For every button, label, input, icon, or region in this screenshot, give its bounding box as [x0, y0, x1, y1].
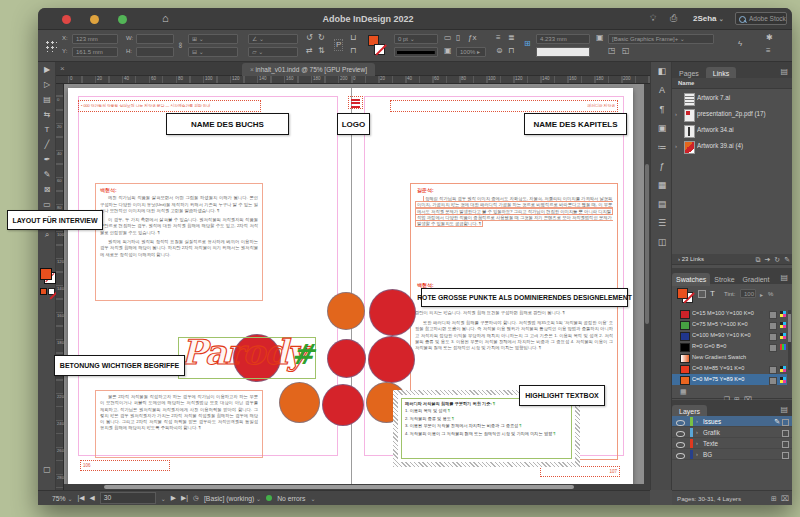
goto-link-icon[interactable]: ➔: [764, 256, 770, 263]
annotation-betonung[interactable]: BETONUNG WICHTIGER BEGRIFFE: [54, 355, 185, 376]
swatch-views-icon[interactable]: ▦: [680, 388, 687, 396]
line-tool-icon[interactable]: ╱: [38, 137, 56, 152]
align-panel-icon[interactable]: ≔: [651, 138, 673, 157]
page-number-select[interactable]: 30: [100, 492, 156, 504]
swatch-row-selected[interactable]: C=0 M=75 Y=89 K=0: [672, 374, 787, 385]
tint-dropdown-icon[interactable]: ▸: [760, 291, 763, 298]
selection-tool-icon[interactable]: ▶: [38, 62, 56, 77]
page-dropdown-icon[interactable]: ⌄: [161, 495, 166, 502]
right-running-head-frame[interactable]: 패러디와 저작권: [390, 100, 618, 112]
document-tab[interactable]: × inhalt_v01.indd @ 75% [GPU Preview]: [242, 63, 375, 76]
page-tool-icon[interactable]: ▤: [38, 92, 56, 107]
visibility-eye-icon[interactable]: [676, 431, 685, 437]
design-circle[interactable]: [327, 292, 365, 330]
canvas-horizontal-scrollbar[interactable]: [64, 484, 644, 490]
stroke-color-swatch[interactable]: [374, 44, 385, 55]
canvas-vertical-scrollbar[interactable]: [644, 84, 650, 490]
corner-radius-input[interactable]: 4.233 mm: [536, 34, 590, 44]
stroke-weight-select[interactable]: 0 pt ⌄: [394, 34, 438, 44]
object-style-select[interactable]: [Basic Graphics Frame]+ ⌄: [608, 34, 714, 44]
swatch-row[interactable]: New Gradient Swatch: [672, 352, 787, 363]
annotation-name-des-buchs[interactable]: NAME DES BUCHS: [166, 113, 289, 135]
visibility-eye-icon[interactable]: [676, 442, 685, 448]
width-input[interactable]: [136, 34, 174, 44]
layer-row-bg[interactable]: ›BG: [672, 449, 792, 460]
vertical-ruler[interactable]: 020406080100120140160180200220240260280: [56, 84, 64, 490]
gap-tool-icon[interactable]: ⇆: [38, 107, 56, 122]
align-center-icon[interactable]: ≡: [496, 33, 501, 43]
link-item[interactable]: Artwork 34.ai: [672, 122, 792, 138]
scale-y-input[interactable]: ⊟ ⌄: [188, 47, 238, 57]
first-page-button[interactable]: |◀: [78, 494, 85, 502]
paragraph-panel-icon[interactable]: ¶: [651, 100, 673, 119]
rectangle-frame-tool-icon[interactable]: ⊠: [38, 182, 56, 197]
reference-point-selector[interactable]: [44, 39, 57, 52]
close-window-button[interactable]: [62, 15, 71, 24]
panel-menu-icon[interactable]: ▤: [780, 273, 788, 282]
opacity-icon[interactable]: ▣: [444, 46, 452, 56]
left-running-head-frame[interactable]: • 000 작가들의 작품을 살펴보며 나눈 저작권 문답 — 시각예술가를 위…: [78, 100, 261, 112]
update-link-icon[interactable]: ↻: [774, 256, 780, 263]
rotate-ccw-icon[interactable]: ↺: [306, 33, 313, 43]
effects-icon[interactable]: ƒx: [468, 33, 476, 43]
swatch-row[interactable]: C=15 M=100 Y=100 K=0: [672, 308, 787, 319]
swatch-row[interactable]: R=0 G=0 B=0: [672, 341, 787, 352]
zoom-window-button[interactable]: [118, 15, 127, 24]
preflight-icon[interactable]: ◷: [193, 494, 199, 502]
design-circle[interactable]: [368, 336, 415, 383]
formatting-container-button[interactable]: [698, 290, 706, 298]
pen-tool-icon[interactable]: ✒: [38, 152, 56, 167]
layer-target-square[interactable]: [782, 441, 789, 448]
stroke-panel-icon[interactable]: ☰: [651, 214, 673, 233]
right-page-number-frame[interactable]: 107: [540, 466, 620, 477]
object-styles-panel-icon[interactable]: ▦: [651, 176, 673, 195]
layer-row-texte[interactable]: ›Texte: [672, 438, 792, 449]
tab-stroke[interactable]: Stroke: [710, 273, 738, 286]
user-account-menu[interactable]: 2Seha ⌄: [693, 14, 724, 23]
design-circle[interactable]: [327, 339, 366, 378]
new-layer-icon[interactable]: ⊞: [771, 495, 777, 502]
next-page-button[interactable]: ▶: [171, 494, 176, 502]
shear-angle-input[interactable]: ▱ ⌄: [248, 47, 298, 57]
preflight-menu-icon[interactable]: ⌄: [310, 495, 315, 502]
scale-x-input[interactable]: ⊞ ⌄: [188, 34, 238, 44]
tab-close-icon[interactable]: ×: [250, 66, 254, 73]
clear-override-icon[interactable]: ◱: [622, 46, 630, 56]
link-item[interactable]: › Artwork 39.ai (4): [672, 138, 792, 154]
annotation-logo[interactable]: LOGO: [337, 113, 370, 135]
design-circle[interactable]: [322, 384, 364, 426]
select-container-icon[interactable]: ⊔: [350, 33, 356, 43]
layer-target-square[interactable]: [782, 452, 789, 459]
share-icon[interactable]: ⎙: [670, 13, 677, 24]
corner-options-icon[interactable]: ⊞: [524, 39, 531, 49]
pages-panel-icon[interactable]: ◫: [651, 233, 673, 252]
x-input[interactable]: 123 mm: [72, 34, 118, 44]
rotate-cw-icon[interactable]: ↻: [318, 33, 325, 43]
apply-none-button[interactable]: [48, 288, 55, 295]
layer-row-grafik[interactable]: ›Grafik: [672, 427, 792, 438]
preflight-profile-select[interactable]: [Basic] (working) ⌄: [204, 495, 261, 502]
select-content-icon[interactable]: ⊓: [350, 46, 356, 56]
tab-swatches[interactable]: Swatches: [672, 273, 710, 286]
panel-menu-icon[interactable]: ▤: [780, 405, 788, 414]
horizontal-ruler[interactable]: 0020204040606080801001001201201401401601…: [56, 76, 650, 84]
layer-row-issues[interactable]: ›Issues ✎: [672, 416, 792, 427]
left-text-frame[interactable]: 백현석: 예전 작가님의 작품을 살펴보면서 어떤 그림을 하셨을지 이해가 됩…: [95, 183, 263, 301]
rotation-angle-input[interactable]: ∠ ⌄: [248, 34, 298, 44]
parody-graphic-frame[interactable]: Parody #: [178, 337, 316, 379]
swatch-row[interactable]: C=0 M=85 Y=91 K=0: [672, 363, 787, 374]
left-page-number-frame[interactable]: 106: [80, 460, 170, 471]
formatting-text-button[interactable]: T: [710, 289, 715, 298]
gpu-performance-icon[interactable]: ϟ: [738, 39, 742, 49]
height-input[interactable]: [136, 47, 174, 57]
annotation-rote-punkte[interactable]: ROTE GROSSE PUNKTE ALS DOMINIERENDES DES…: [421, 288, 628, 307]
y-input[interactable]: 161.5 mm: [72, 47, 118, 57]
link-item[interactable]: Artwork 7.ai: [672, 90, 792, 106]
constrain-dimensions-icon[interactable]: ∞: [175, 42, 185, 48]
swatch-row[interactable]: C=75 M=5 Y=100 K=0: [672, 319, 787, 330]
opacity-input[interactable]: 100% ▸: [456, 47, 486, 57]
type-tool-icon[interactable]: T: [38, 122, 56, 137]
flip-horizontal-icon[interactable]: ⇄: [306, 46, 313, 56]
disclosure-icon[interactable]: ›: [675, 138, 677, 154]
character-styles-panel-icon[interactable]: A: [651, 81, 673, 100]
